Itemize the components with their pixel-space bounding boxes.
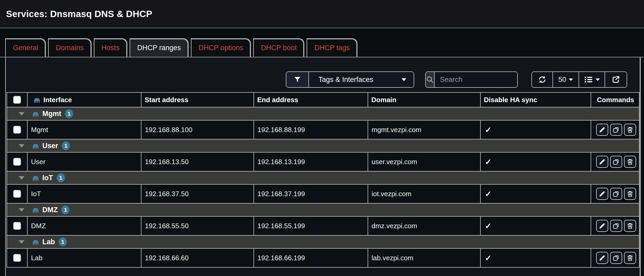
- cell-domain: user.vezpi.com: [368, 153, 481, 171]
- column-header-start-address[interactable]: Start address: [141, 93, 254, 107]
- tab-dhcp-boot[interactable]: DHCP boot: [253, 38, 304, 57]
- row-checkbox[interactable]: [13, 126, 21, 134]
- copy-button[interactable]: [610, 252, 622, 264]
- column-header-interface[interactable]: Interface: [28, 93, 141, 107]
- edit-button[interactable]: [596, 188, 608, 200]
- delete-button[interactable]: [624, 252, 636, 264]
- chevron-down-icon: [596, 79, 600, 81]
- copy-button[interactable]: [610, 156, 622, 168]
- row-select-cell: [7, 217, 28, 236]
- archway-icon: [32, 174, 39, 181]
- delete-button[interactable]: [624, 220, 636, 232]
- collapse-caret-icon[interactable]: [19, 208, 24, 212]
- row-checkbox[interactable]: [13, 222, 21, 230]
- group-name: DMZ: [42, 206, 58, 214]
- row-checkbox[interactable]: [13, 254, 21, 262]
- cell-commands: [591, 153, 639, 171]
- group-row-mgmt[interactable]: Mgmt 1: [7, 107, 639, 121]
- collapse-caret-icon[interactable]: [19, 144, 24, 148]
- dnsmasq-page: Services: Dnsmasq DNS & DHCP General Dom…: [0, 0, 644, 276]
- tab-general[interactable]: General: [5, 38, 46, 57]
- cell-end-address: 192.168.13.199: [254, 153, 368, 171]
- select-all-cell: [7, 93, 28, 107]
- collapse-caret-icon[interactable]: [19, 240, 24, 244]
- group-name: Lab: [42, 238, 55, 246]
- search-icon[interactable]: [426, 72, 435, 87]
- cell-commands: [591, 249, 639, 268]
- delete-button[interactable]: [624, 156, 636, 168]
- group-count-badge: 1: [62, 141, 70, 150]
- row-select-cell: [7, 121, 28, 139]
- edit-button[interactable]: [596, 252, 608, 264]
- tab-dhcp-tags[interactable]: DHCP tags: [307, 38, 357, 57]
- group-count-badge: 1: [61, 205, 69, 214]
- edit-button[interactable]: [596, 220, 608, 232]
- archway-icon: [32, 238, 39, 246]
- collapse-caret-icon[interactable]: [19, 176, 24, 180]
- cell-domain: iot.vezpi.com: [368, 185, 481, 204]
- column-selection-dropdown[interactable]: [579, 72, 605, 87]
- group-count-badge: 1: [57, 173, 65, 182]
- group-row-dmz[interactable]: DMZ 1: [7, 204, 639, 217]
- edit-button[interactable]: [596, 124, 608, 136]
- group-row-user[interactable]: User 1: [7, 139, 639, 153]
- row-select-cell: [7, 185, 28, 204]
- select-all-checkbox[interactable]: [13, 96, 21, 104]
- copy-button[interactable]: [610, 220, 622, 232]
- cell-ha-checkmark: ✓: [481, 121, 591, 139]
- page-size-dropdown[interactable]: 50: [553, 72, 579, 87]
- cell-domain: dmz.vezpi.com: [368, 217, 481, 236]
- column-header-domain[interactable]: Domain: [368, 93, 481, 107]
- export-button[interactable]: [605, 72, 627, 87]
- delete-button[interactable]: [624, 188, 636, 200]
- cell-commands: [591, 217, 639, 236]
- refresh-button[interactable]: [532, 72, 553, 87]
- cell-interface: User: [28, 153, 141, 171]
- row-checkbox[interactable]: [13, 158, 21, 166]
- cell-ha-checkmark: ✓: [481, 249, 591, 268]
- group-name: IoT: [42, 174, 53, 182]
- group-name: User: [42, 142, 58, 150]
- tab-hosts[interactable]: Hosts: [94, 38, 127, 57]
- column-header-end-address[interactable]: End address: [254, 93, 368, 107]
- archway-icon: [32, 142, 39, 149]
- collapse-caret-icon[interactable]: [19, 112, 24, 116]
- filter-dropdown[interactable]: Tags & Interfaces: [286, 71, 414, 88]
- row-select-cell: [7, 153, 28, 171]
- row-checkbox[interactable]: [13, 190, 21, 198]
- refresh-icon: [538, 75, 546, 84]
- dhcp-ranges-table: Interface Start address End address Doma…: [7, 92, 640, 268]
- filter-dropdown-label-area[interactable]: Tags & Interfaces: [309, 72, 414, 87]
- edit-button[interactable]: [596, 156, 608, 168]
- cell-start-address: 192.168.55.50: [141, 217, 254, 236]
- cell-start-address: 192.168.13.50: [141, 153, 254, 171]
- export-icon: [612, 75, 620, 84]
- copy-button[interactable]: [610, 188, 622, 200]
- table-row: User 192.168.13.50 192.168.13.199 user.v…: [7, 153, 639, 171]
- tab-dhcp-options[interactable]: DHCP options: [191, 38, 251, 57]
- copy-button[interactable]: [610, 124, 622, 136]
- group-row-iot[interactable]: IoT 1: [7, 171, 639, 185]
- grid-toolbar: Tags & Interfaces: [6, 58, 640, 92]
- funnel-icon: [286, 72, 309, 87]
- cell-end-address: 192.168.55.199: [254, 217, 368, 236]
- tab-bar: General Domains Hosts DHCP ranges DHCP o…: [0, 28, 644, 58]
- list-icon: [584, 75, 593, 84]
- cell-interface: IoT: [28, 185, 141, 204]
- table-header-row: Interface Start address End address Doma…: [7, 93, 639, 107]
- cell-commands: [591, 185, 639, 204]
- group-row-lab[interactable]: Lab 1: [7, 236, 639, 249]
- column-header-disable-ha-sync[interactable]: Disable HA sync: [481, 93, 591, 107]
- cell-interface: Mgmt: [28, 121, 141, 139]
- page-title: Services: Dnsmasq DNS & DHCP: [6, 9, 152, 19]
- page-size-value: 50: [558, 76, 566, 84]
- search-input[interactable]: [435, 72, 518, 87]
- cell-end-address: 192.168.37.199: [254, 185, 368, 204]
- row-select-cell: [7, 249, 28, 268]
- tab-dhcp-ranges[interactable]: DHCP ranges: [130, 38, 189, 57]
- delete-button[interactable]: [624, 124, 636, 136]
- filter-dropdown-value: Tags & Interfaces: [318, 76, 402, 84]
- tab-domains[interactable]: Domains: [48, 38, 92, 57]
- cell-domain: mgmt.vezpi.com: [368, 121, 481, 139]
- cell-domain: lab.vezpi.com: [368, 249, 481, 268]
